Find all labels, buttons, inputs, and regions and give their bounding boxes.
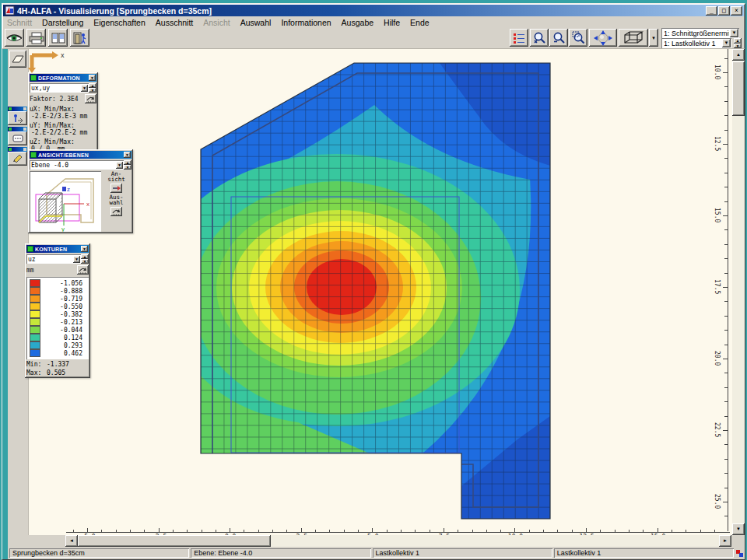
spinner-down-icon[interactable]: ▼ <box>734 44 742 49</box>
ruler-tick <box>557 530 558 532</box>
deformation-panel[interactable]: DEFORMATION ▼ ux,uy ▼ ▲ ▼ Faktor: 2.3E4 <box>28 72 98 154</box>
mini-toolbar-measure[interactable] <box>8 147 27 166</box>
hscroll-thumb[interactable] <box>78 535 271 547</box>
legend-swatch <box>30 326 40 334</box>
exit-button[interactable] <box>70 29 89 47</box>
ansicht-titlebar[interactable]: ANSICHT/EBENEN ▼ <box>30 151 132 159</box>
spinner-down-icon[interactable]: ▼ <box>89 88 96 93</box>
legend-row: 0.293 <box>28 341 87 349</box>
ruler-tick <box>724 115 728 116</box>
zoom-window-button[interactable] <box>569 29 587 47</box>
chevron-down-icon[interactable]: ▼ <box>116 162 123 169</box>
panel-close-icon[interactable]: ▼ <box>124 152 131 158</box>
menu-item-hilfe[interactable]: Hilfe <box>384 18 400 27</box>
chevron-down-icon[interactable]: ▼ <box>81 85 88 92</box>
menu-item-ausschnitt[interactable]: Ausschnitt <box>156 18 193 27</box>
scroll-right-icon[interactable]: ► <box>719 535 731 547</box>
deformation-spinner[interactable]: ▲ ▼ <box>89 83 96 93</box>
ruler-tick <box>130 530 131 532</box>
horizontal-scrollbar[interactable]: ◄ ► <box>2 535 745 547</box>
plane-icon <box>12 54 24 64</box>
view-settings-button[interactable] <box>5 29 24 47</box>
fem-contour-plot[interactable] <box>2 49 745 535</box>
mini-toolbar-info[interactable] <box>8 107 27 125</box>
ebene-spinner[interactable]: ▲ ▼ <box>124 160 132 170</box>
minimize-button[interactable]: _ <box>706 6 717 16</box>
menu-item-ausgabe[interactable]: Ausgabe <box>342 18 374 27</box>
legend-value: 0.293 <box>40 342 87 349</box>
ansicht-ebenen-panel[interactable]: ANSICHT/EBENEN ▼ Ebene -4.0 ▼ ▲ ▼ <box>28 149 133 233</box>
ebene-selector-value: Ebene -4.0 <box>30 162 115 169</box>
ruler-tick <box>724 58 728 59</box>
zoom-window-icon <box>572 31 585 44</box>
panel-close-icon[interactable]: ▼ <box>89 75 96 81</box>
view-cube-dropdown[interactable]: ▼ <box>649 29 658 47</box>
ruler-tick <box>486 530 487 532</box>
scroll-left-icon[interactable]: ◄ <box>65 535 78 547</box>
app-icon <box>5 5 15 16</box>
title-bar[interactable]: 4H-ALFA - Visualisierung [Sprungbecken d… <box>3 5 744 16</box>
chevron-down-icon[interactable]: ▼ <box>730 29 738 37</box>
panel-close-icon[interactable]: ▼ <box>81 246 88 252</box>
mini-titlebar[interactable] <box>8 127 27 131</box>
scroll-down-icon[interactable]: ▼ <box>732 523 745 535</box>
mini-toolbar-coords[interactable] <box>8 127 27 145</box>
chevron-down-icon[interactable]: ▼ <box>722 39 731 47</box>
menu-item-auswahl[interactable]: Auswahl <box>240 18 272 27</box>
zoom-out-button[interactable] <box>549 29 568 47</box>
legend-list-button[interactable] <box>510 29 528 47</box>
ruler-tick <box>724 373 728 373</box>
scroll-up-icon[interactable]: ▲ <box>732 49 745 61</box>
mini-titlebar[interactable] <box>8 107 27 111</box>
konturen-titlebar[interactable]: KONTUREN ▼ <box>26 245 89 253</box>
pan-control[interactable] <box>589 29 617 47</box>
curved-arrow-icon <box>79 267 87 274</box>
legend-row: 0.124 <box>28 334 87 341</box>
menu-item-schnitt: Schnitt <box>7 18 32 27</box>
konturen-selector[interactable]: uz ▼ <box>26 254 81 264</box>
menu-item-ende[interactable]: Ende <box>410 18 430 27</box>
plane-preview[interactable]: x y z <box>30 171 101 232</box>
ruler-tick <box>724 301 728 302</box>
vertical-scrollbar[interactable]: ▲ ▼ <box>732 49 745 535</box>
menu-item-informationen[interactable]: Informationen <box>281 18 331 27</box>
maximize-button[interactable]: □ <box>718 6 730 16</box>
lastkollektiv-combo[interactable]: 1: Lastkollektiv 1 ▼ <box>661 38 731 48</box>
lastkollektiv-spinner[interactable]: ▲ ▼ <box>734 38 742 48</box>
ruler-tick <box>543 530 544 532</box>
ansicht-apply-button[interactable] <box>110 184 122 193</box>
print-button[interactable] <box>26 29 46 47</box>
ruler-tick <box>723 72 728 73</box>
ebene-selector[interactable]: Ebene -4.0 ▼ <box>30 160 124 170</box>
spinner-down-icon[interactable]: ▼ <box>81 259 89 264</box>
coords-tool-button[interactable] <box>8 131 27 145</box>
deformation-selector[interactable]: ux,uy ▼ <box>30 83 89 93</box>
spinner-down-icon[interactable]: ▼ <box>124 165 132 170</box>
konturen-spinner[interactable]: ▲ ▼ <box>81 254 89 264</box>
menu-item-eigenschaften[interactable]: Eigenschaften <box>93 18 146 27</box>
ruler-tick <box>724 130 728 131</box>
ruler-tick <box>329 530 330 532</box>
close-button[interactable]: × <box>731 6 742 16</box>
vscroll-thumb[interactable] <box>732 61 745 116</box>
lastkollektiv-combo-value: 1: Lastkollektiv 1 <box>661 40 721 47</box>
konturen-panel[interactable]: KONTUREN ▼ uz ▼ ▲ ▼ mm <box>25 243 90 378</box>
drawing-area[interactable]: x <box>2 49 745 535</box>
ruler-tick <box>724 273 728 274</box>
measure-tool-button[interactable] <box>8 152 27 166</box>
apply-factor-button[interactable] <box>85 94 96 103</box>
view-cube-button[interactable] <box>619 29 648 47</box>
deformation-titlebar[interactable]: DEFORMATION ▼ <box>30 74 96 82</box>
chevron-down-icon[interactable]: ▼ <box>73 256 80 263</box>
zoom-in-button[interactable] <box>530 29 549 47</box>
info-tool-button[interactable] <box>8 111 27 125</box>
mini-titlebar[interactable] <box>8 147 27 152</box>
pages-button[interactable] <box>48 29 68 47</box>
plane-preview-drawing: x y z <box>30 171 101 232</box>
auswahl-apply-button[interactable] <box>110 207 122 216</box>
schnittgroessen-combo[interactable]: 1: Schnittgrößenermittlung ▼ <box>661 28 739 38</box>
konturen-apply-button[interactable] <box>77 265 89 275</box>
legend-row: -0.888 <box>28 287 87 295</box>
plane-select-button[interactable] <box>9 51 26 68</box>
menu-item-darstellung[interactable]: Darstellung <box>42 18 83 27</box>
